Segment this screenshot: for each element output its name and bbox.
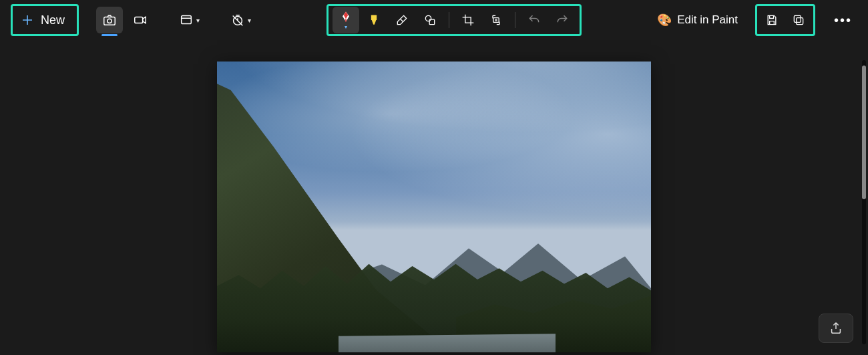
undo-icon xyxy=(527,13,541,27)
svg-point-6 xyxy=(425,15,431,21)
eraser-tool-button[interactable] xyxy=(389,7,415,33)
redo-icon xyxy=(556,13,569,27)
paint-palette-icon: 🎨 xyxy=(657,13,672,27)
video-icon xyxy=(133,13,148,27)
svg-rect-10 xyxy=(794,15,801,22)
edit-in-paint-button[interactable]: 🎨 Edit in Paint xyxy=(652,7,743,33)
delay-dropdown[interactable]: ▾ xyxy=(225,7,256,33)
new-button[interactable]: New xyxy=(15,7,74,33)
edit-in-paint-label: Edit in Paint xyxy=(677,13,738,27)
highlighter-icon xyxy=(367,13,381,27)
save-button[interactable] xyxy=(758,7,785,33)
record-mode-button[interactable] xyxy=(127,7,154,33)
canvas-area xyxy=(0,40,868,355)
crop-button[interactable] xyxy=(455,7,481,33)
app-toolbar: New ▾ ▾ ▾ xyxy=(0,0,868,40)
crop-icon xyxy=(461,13,475,27)
plus-icon xyxy=(21,13,35,27)
svg-rect-5 xyxy=(371,15,377,21)
svg-rect-9 xyxy=(797,18,803,25)
svg-rect-0 xyxy=(104,17,116,25)
save-icon xyxy=(765,13,779,27)
text-actions-icon xyxy=(489,13,503,27)
copy-button[interactable] xyxy=(785,7,812,33)
highlight-box-save-copy xyxy=(755,4,815,36)
undo-button[interactable] xyxy=(521,7,548,33)
separator xyxy=(449,12,449,28)
pen-tool-button[interactable]: ▾ xyxy=(333,7,359,33)
snip-mode-dropdown[interactable]: ▾ xyxy=(174,7,205,33)
svg-rect-8 xyxy=(493,18,499,23)
shapes-icon xyxy=(423,13,437,27)
svg-point-1 xyxy=(107,19,112,23)
text-actions-button[interactable] xyxy=(483,7,509,33)
svg-rect-3 xyxy=(182,16,192,24)
scrollbar-thumb[interactable] xyxy=(862,66,866,199)
share-button[interactable] xyxy=(819,314,853,343)
redo-button[interactable] xyxy=(549,7,576,33)
svg-rect-2 xyxy=(135,17,143,23)
chevron-down-icon: ▾ xyxy=(196,17,200,24)
share-icon xyxy=(829,321,843,336)
delay-timer-icon xyxy=(230,13,245,27)
window-snip-icon xyxy=(179,13,194,27)
new-button-label: New xyxy=(41,13,65,27)
snapshot-mode-button[interactable] xyxy=(96,7,123,33)
chevron-down-icon: ▾ xyxy=(345,24,347,30)
highlight-box-new: New xyxy=(11,4,79,36)
highlight-box-markup-tools: ▾ xyxy=(327,4,582,36)
captured-image[interactable] xyxy=(217,62,651,352)
chevron-down-icon: ▾ xyxy=(248,17,251,24)
copy-icon xyxy=(792,13,805,27)
active-mode-underline xyxy=(101,34,118,36)
camera-icon xyxy=(102,13,117,27)
separator xyxy=(515,12,515,28)
more-menu-button[interactable]: ••• xyxy=(829,7,857,33)
ballpoint-pen-icon xyxy=(339,10,353,23)
vertical-scrollbar[interactable] xyxy=(862,60,866,344)
highlighter-tool-button[interactable] xyxy=(361,7,387,33)
eraser-icon xyxy=(395,13,409,27)
more-icon: ••• xyxy=(834,13,852,28)
shapes-tool-button[interactable] xyxy=(417,7,443,33)
